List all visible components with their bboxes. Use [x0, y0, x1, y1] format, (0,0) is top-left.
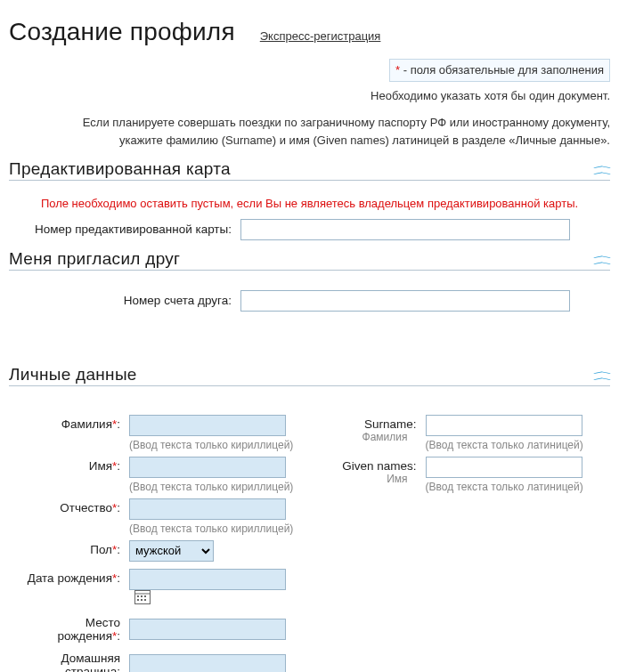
surname-en-sublabel: Фамилия: [319, 431, 417, 443]
section-title-personal: Личные данные: [9, 365, 137, 385]
surname-ru-label: Фамилия: [61, 417, 112, 431]
colon: :: [117, 459, 120, 473]
svg-rect-6: [141, 599, 143, 601]
givennames-en-label: Given names:: [319, 457, 417, 473]
precard-number-input[interactable]: [240, 219, 570, 240]
colon: :: [117, 629, 120, 643]
givennames-en-input[interactable]: [426, 457, 582, 478]
svg-rect-2: [137, 595, 139, 597]
section-header-personal: Личные данные ︿︿: [9, 365, 610, 386]
collapse-icon[interactable]: ︿︿: [596, 253, 610, 265]
homepage-label-1: Домашняя: [61, 652, 121, 665]
gender-label: Пол: [90, 543, 112, 556]
section-header-friend: Меня пригласил друг ︿︿: [9, 249, 610, 271]
givennames-en-sublabel: Имя: [319, 473, 417, 485]
section-title-friend: Меня пригласил друг: [9, 249, 180, 269]
surname-ru-hint: (Ввод текста только кириллицей): [129, 439, 301, 451]
atleast-one-doc: Необходимо указать хотя бы один документ…: [371, 89, 610, 102]
pob-label-2: рождения: [57, 629, 112, 643]
patronymic-hint: (Ввод текста только кириллицей): [129, 522, 301, 535]
required-fields-badge: * - поля обязательные для заполнения: [389, 59, 610, 82]
name-ru-hint: (Ввод текста только кириллицей): [129, 481, 301, 493]
patronymic-label: Отчество: [60, 501, 112, 514]
precard-warning: Поле необходимо оставить пустым, если Вы…: [9, 197, 610, 210]
svg-rect-7: [144, 599, 146, 601]
colon: :: [117, 571, 120, 585]
surname-en-label: Surname:: [319, 415, 417, 431]
calendar-icon[interactable]: [134, 590, 151, 608]
givennames-en-hint: (Ввод текста только латиницей): [426, 481, 611, 493]
collapse-icon[interactable]: ︿︿: [596, 368, 610, 381]
required-text: - поля обязательные для заполнения: [400, 63, 604, 77]
name-ru-label: Имя: [89, 459, 112, 473]
foreign-note-line1: Если планируете совершать поездки по заг…: [83, 116, 610, 129]
dob-input[interactable]: [129, 569, 286, 590]
dob-label: Дата рождения: [28, 571, 112, 585]
pob-input[interactable]: [129, 619, 286, 640]
patronymic-input[interactable]: [129, 498, 286, 520]
gender-select[interactable]: мужской: [129, 540, 214, 562]
foreign-note-line2: укажите фамилию (Surname) и имя (Given n…: [119, 134, 610, 147]
friend-account-input[interactable]: [240, 290, 570, 312]
express-registration-link[interactable]: Экспресс-регистрация: [260, 29, 381, 43]
name-ru-input[interactable]: [129, 457, 286, 478]
surname-en-input[interactable]: [426, 415, 582, 436]
precard-number-label: Номер предактивированной карты:: [9, 223, 240, 236]
colon: :: [117, 501, 120, 514]
homepage-label-2: страница: [65, 665, 117, 672]
preamble-block: * - поля обязательные для заполнения Нео…: [9, 59, 610, 150]
collapse-icon[interactable]: ︿︿: [596, 163, 610, 175]
page-title: Создание профиля: [9, 18, 235, 46]
colon: :: [117, 417, 120, 431]
friend-account-label: Номер счета друга:: [9, 294, 240, 307]
surname-en-hint: (Ввод текста только латиницей): [426, 439, 611, 451]
svg-rect-5: [137, 599, 139, 601]
svg-rect-4: [144, 595, 146, 597]
surname-ru-input[interactable]: [129, 415, 286, 436]
section-title-precard: Предактивированная карта: [9, 159, 231, 179]
section-header-precard: Предактивированная карта ︿︿: [9, 159, 610, 181]
colon: :: [117, 665, 120, 672]
pob-label-1: Место: [86, 616, 120, 629]
homepage-input[interactable]: [129, 654, 286, 672]
colon: :: [117, 543, 120, 556]
svg-rect-3: [141, 595, 143, 597]
